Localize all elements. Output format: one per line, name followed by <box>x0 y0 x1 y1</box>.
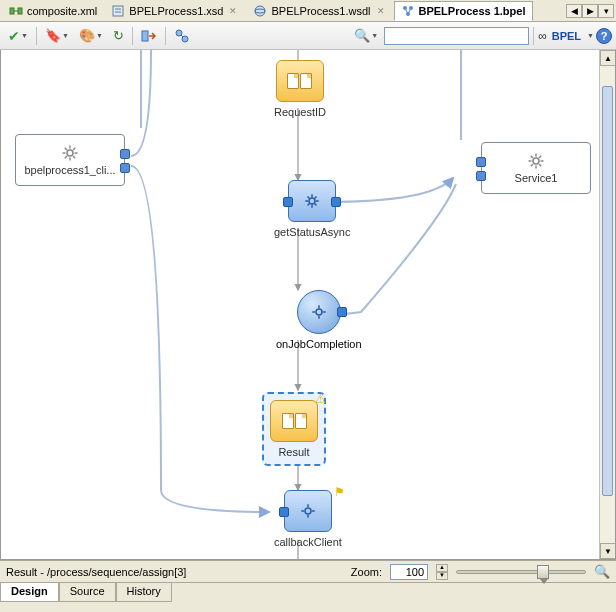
tab-history[interactable]: History <box>116 583 172 602</box>
flag-icon: ⚑ <box>334 485 345 499</box>
activity-result-selected[interactable]: ⚠ Result <box>262 392 326 466</box>
xsd-icon <box>111 4 125 18</box>
deploy-button[interactable] <box>137 25 161 47</box>
test-icon <box>174 28 190 44</box>
toolbar: ✔▼ 🔖▼ 🎨▼ ↻ 🔍▼ ∞ BPEL ▼ ? <box>0 22 616 50</box>
partner-link-left[interactable]: bpelprocess1_cli... <box>15 134 125 186</box>
receive-icon <box>297 290 341 334</box>
tab-list-button[interactable]: ▾ <box>598 4 614 18</box>
zoom-input[interactable] <box>390 564 428 580</box>
tab-next-button[interactable]: ▶ <box>582 4 598 18</box>
design-canvas[interactable]: bpelprocess1_cli... Service1 RequestID <box>1 50 615 559</box>
zoom-up-button[interactable]: ▲ <box>436 564 448 572</box>
port-icon[interactable] <box>283 197 293 207</box>
activity-label: onJobCompletion <box>276 338 362 350</box>
bookmark-button[interactable]: 🔖▼ <box>41 25 73 46</box>
port-icon[interactable] <box>476 171 486 181</box>
tab-xsd[interactable]: BPELProcess1.xsd ✕ <box>104 1 246 21</box>
svg-line-31 <box>73 156 75 158</box>
svg-line-42 <box>539 156 541 158</box>
svg-rect-13 <box>142 31 148 41</box>
link-icon: ∞ <box>538 29 547 43</box>
test-button[interactable] <box>170 25 194 47</box>
invoke-icon <box>288 180 336 222</box>
svg-line-48 <box>308 197 310 199</box>
svg-line-50 <box>308 203 310 205</box>
scroll-down-button[interactable]: ▼ <box>600 543 616 559</box>
svg-line-51 <box>314 197 316 199</box>
refresh-button[interactable]: ↻ <box>109 25 128 46</box>
activity-getstatusasync[interactable]: getStatusAsync <box>274 180 350 238</box>
partner-link-right[interactable]: Service1 <box>481 142 591 194</box>
activity-requestid[interactable]: RequestID <box>274 60 326 118</box>
wsdl-icon <box>253 4 267 18</box>
palette-button[interactable]: 🎨▼ <box>75 25 107 46</box>
chevron-down-icon: ▼ <box>62 32 69 39</box>
close-icon[interactable]: ✕ <box>377 6 387 16</box>
invoke-icon: ⚑ <box>284 490 332 532</box>
partner-label: Service1 <box>515 172 558 184</box>
gear-icon <box>61 144 79 162</box>
activity-label: RequestID <box>274 106 326 118</box>
status-bar: Result - /process/sequence/assign[3] Zoo… <box>0 560 616 582</box>
activity-onjobcompletion[interactable]: onJobCompletion <box>276 290 362 350</box>
activity-callbackclient[interactable]: ⚑ callbackClient <box>274 490 342 548</box>
help-button[interactable]: ? <box>596 28 612 44</box>
tab-source[interactable]: Source <box>59 583 116 602</box>
tab-wsdl[interactable]: BPELProcess1.wsdl ✕ <box>246 1 393 21</box>
chevron-down-icon: ▼ <box>371 32 378 39</box>
svg-line-33 <box>73 148 75 150</box>
bookmark-icon: 🔖 <box>45 28 61 43</box>
deploy-icon <box>141 28 157 44</box>
vertical-scrollbar[interactable]: ▲ ▼ <box>599 50 615 559</box>
scroll-up-button[interactable]: ▲ <box>600 50 616 66</box>
svg-line-30 <box>65 148 67 150</box>
svg-point-43 <box>309 198 315 204</box>
gear-icon <box>527 152 545 170</box>
find-button[interactable]: 🔍▼ <box>350 25 382 46</box>
port-icon[interactable] <box>120 163 130 173</box>
check-icon: ✔ <box>8 28 20 44</box>
tab-composite[interactable]: composite.xml <box>2 1 104 21</box>
tab-bpel[interactable]: BPELProcess 1.bpel <box>394 1 533 21</box>
activity-label: getStatusAsync <box>274 226 350 238</box>
svg-line-40 <box>539 164 541 166</box>
scroll-thumb[interactable] <box>602 86 613 496</box>
tab-label: BPELProcess1.xsd <box>129 5 223 17</box>
search-input[interactable] <box>384 27 529 45</box>
zoom-slider[interactable] <box>456 570 586 574</box>
svg-line-32 <box>65 156 67 158</box>
close-icon[interactable]: ✕ <box>229 6 239 16</box>
chevron-down-icon[interactable]: ▼ <box>587 32 594 39</box>
svg-line-39 <box>531 156 533 158</box>
assign-icon <box>270 400 318 442</box>
port-icon[interactable] <box>337 307 347 317</box>
refresh-icon: ↻ <box>113 28 124 43</box>
zoom-label: Zoom: <box>351 566 382 578</box>
activity-label: callbackClient <box>274 536 342 548</box>
svg-line-16 <box>181 35 183 37</box>
port-icon[interactable] <box>331 197 341 207</box>
zoom-down-button[interactable]: ▼ <box>436 572 448 580</box>
slider-thumb[interactable] <box>537 565 549 579</box>
zoom-fit-button[interactable]: 🔍 <box>594 564 610 579</box>
tab-design[interactable]: Design <box>0 583 59 602</box>
tab-label: BPELProcess1.wsdl <box>271 5 370 17</box>
binoculars-icon: 🔍 <box>354 28 370 43</box>
activity-label: Result <box>278 446 309 458</box>
port-icon[interactable] <box>120 149 130 159</box>
design-canvas-wrap: bpelprocess1_cli... Service1 RequestID <box>0 50 616 560</box>
assign-icon <box>276 60 324 102</box>
tab-nav: ◀ ▶ ▾ <box>566 4 614 18</box>
svg-point-52 <box>316 309 322 315</box>
status-path: Result - /process/sequence/assign[3] <box>6 566 186 578</box>
svg-line-49 <box>314 203 316 205</box>
tab-prev-button[interactable]: ◀ <box>566 4 582 18</box>
port-icon[interactable] <box>279 507 289 517</box>
palette-icon: 🎨 <box>79 28 95 43</box>
svg-point-57 <box>305 508 311 514</box>
mode-label[interactable]: BPEL <box>549 30 584 42</box>
port-icon[interactable] <box>476 157 486 167</box>
validate-button[interactable]: ✔▼ <box>4 25 32 47</box>
bpel-icon <box>401 4 415 18</box>
